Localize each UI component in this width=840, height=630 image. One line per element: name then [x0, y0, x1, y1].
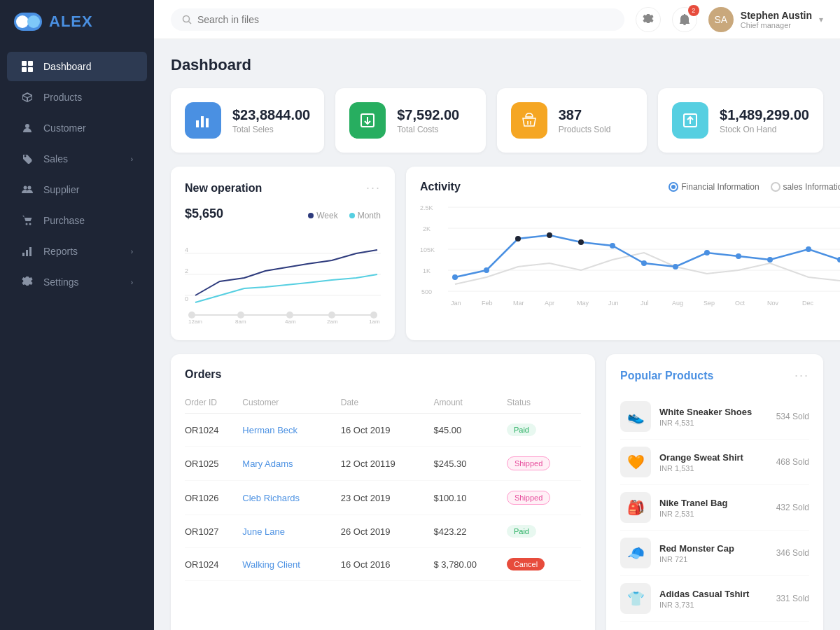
stat-card-total-sales: $23,8844.00 Total Seles [171, 88, 324, 153]
product-name: Red Monster Cap [659, 543, 734, 554]
sidebar-item-products[interactable]: Products [7, 83, 147, 112]
product-info: Adidas Casual Tshirt INR 3,731 [659, 589, 749, 609]
popular-products-list: 👟 White Sneaker Shoes INR 4,531 534 Sold… [620, 394, 809, 622]
product-info: Orange Sweat Shirt INR 1,531 [659, 452, 743, 472]
bell-icon [679, 14, 690, 25]
topbar-right: 2 SA Stephen Austin Chief manager ▾ [636, 7, 823, 32]
cell-order-id: OR1027 [185, 515, 242, 548]
col-customer: Customer [242, 392, 340, 414]
cell-amount: $ 3,780.00 [433, 548, 506, 581]
notifications-button[interactable]: 2 [672, 7, 697, 32]
popular-products-menu[interactable]: ··· [794, 368, 809, 383]
table-row: OR1027 June Lane 26 Oct 2019 $423.22 Pai… [185, 515, 581, 548]
cell-customer[interactable]: Mary Adams [242, 447, 340, 481]
svg-point-55 [736, 253, 741, 259]
new-operation-menu[interactable]: ··· [366, 181, 381, 195]
sidebar-item-purchase-label: Purchase [43, 215, 85, 226]
people-icon [21, 183, 34, 196]
svg-rect-2 [22, 67, 27, 72]
svg-text:12am: 12am [188, 318, 202, 325]
sidebar-item-supplier-label: Supplier [43, 184, 79, 195]
svg-point-47 [484, 267, 489, 273]
stat-value-total-sales: $23,8844.00 [232, 107, 310, 123]
cell-customer[interactable]: June Lane [242, 515, 340, 548]
settings-button[interactable] [636, 7, 661, 32]
svg-text:Jul: Jul [640, 300, 649, 307]
svg-point-49 [547, 232, 552, 238]
tag-icon [21, 153, 34, 165]
stat-label-stock-on-hand: Stock On Hand [720, 125, 809, 134]
table-row: OR1026 Cleb Richards 23 Oct 2019 $100.10… [185, 481, 581, 515]
search-box[interactable] [171, 8, 624, 31]
sidebar-item-sales[interactable]: Sales › [7, 144, 147, 174]
svg-text:Feb: Feb [482, 300, 493, 307]
charts-row: New operation ··· $5,650 Week Month [171, 167, 823, 340]
svg-point-26 [188, 312, 195, 318]
popular-products-title: Popular Products [620, 370, 713, 382]
sidebar-item-dashboard[interactable]: Dashboard [7, 52, 147, 81]
svg-rect-9 [22, 253, 24, 256]
orders-table: Order ID Customer Date Amount Status OR1… [185, 392, 581, 581]
content-area: Dashboard $23,8844.00 Total Seles $7,592… [154, 39, 840, 630]
search-input[interactable] [197, 14, 613, 25]
sidebar-item-customer[interactable]: Customer [7, 113, 147, 143]
chart-icon [21, 245, 34, 258]
logo[interactable]: ALEX [0, 0, 154, 43]
svg-text:2am: 2am [327, 318, 338, 325]
user-profile[interactable]: SA Stephen Austin Chief manager ▾ [708, 7, 823, 32]
product-price: INR 2,531 [659, 510, 728, 518]
svg-rect-15 [201, 116, 204, 127]
product-name: Nike Tranel Bag [659, 498, 728, 508]
cell-customer[interactable]: Walking Client [242, 548, 340, 581]
product-price: INR 721 [659, 555, 734, 564]
activity-header: Activity Financial Information sales Inf… [420, 181, 840, 193]
svg-point-27 [237, 312, 244, 318]
user-name: Stephen Austin [741, 10, 812, 21]
stat-value-stock-on-hand: $1,489,299.00 [720, 107, 809, 123]
reports-arrow-icon: › [131, 248, 133, 255]
gear-icon [643, 14, 654, 25]
radio-financial[interactable]: Financial Information [668, 182, 759, 192]
box-icon [21, 91, 34, 104]
cell-customer[interactable]: Cleb Richards [242, 481, 340, 515]
product-name: Orange Sweat Shirt [659, 452, 743, 463]
svg-point-7 [26, 223, 28, 225]
table-row: OR1024 Herman Beck 16 Oct 2019 $45.00 Pa… [185, 414, 581, 447]
stat-label-total-sales: Total Seles [232, 125, 310, 134]
svg-text:1am: 1am [369, 318, 380, 325]
svg-point-30 [370, 312, 377, 318]
avatar: SA [708, 7, 734, 32]
col-amount: Amount [433, 392, 506, 414]
new-operation-legend: Week Month [308, 211, 381, 220]
new-operation-value: $5,650 [185, 206, 223, 221]
svg-rect-11 [29, 247, 31, 256]
stat-label-total-costs: Total Costs [397, 125, 459, 134]
sidebar-item-settings[interactable]: Settings › [7, 267, 147, 297]
product-image: 👟 [620, 401, 651, 432]
sidebar-item-products-label: Products [43, 92, 82, 103]
stat-card-stock-on-hand-info: $1,489,299.00 Stock On Hand [720, 107, 809, 134]
product-sold: 331 Sold [776, 594, 809, 603]
stat-value-products-sold: 387 [559, 107, 611, 123]
cell-status: Shipped [507, 447, 581, 481]
product-info: White Sneaker Shoes INR 4,531 [659, 407, 752, 427]
svg-point-4 [25, 124, 29, 128]
logo-text: ALEX [49, 13, 93, 31]
cell-customer[interactable]: Herman Beck [242, 414, 340, 447]
svg-point-58 [837, 257, 840, 262]
sidebar-item-purchase[interactable]: Purchase [7, 206, 147, 235]
product-sold: 534 Sold [776, 412, 809, 421]
sidebar-item-reports[interactable]: Reports › [7, 237, 147, 266]
stat-card-products-sold-info: 387 Products Sold [559, 107, 611, 134]
activity-card: Activity Financial Information sales Inf… [406, 167, 840, 340]
main-area: 2 SA Stephen Austin Chief manager ▾ Dash… [154, 0, 840, 630]
sidebar-item-supplier[interactable]: Supplier [7, 175, 147, 204]
product-sold: 346 Sold [776, 548, 809, 558]
svg-text:May: May [577, 300, 589, 307]
svg-text:Nov: Nov [767, 300, 779, 307]
orders-title: Orders [185, 368, 581, 381]
radio-sales[interactable]: sales Information [771, 182, 840, 192]
sidebar-item-settings-label: Settings [43, 276, 79, 288]
user-role: Chief manager [741, 21, 812, 29]
show-more-button[interactable]: Show More [620, 622, 809, 630]
